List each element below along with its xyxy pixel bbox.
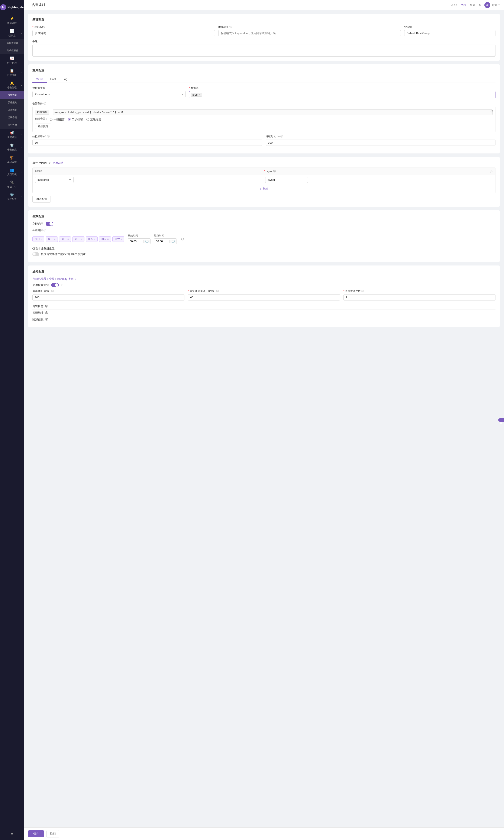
time-tag-close-icon[interactable]: ×: [54, 238, 55, 240]
end-time-label: 结束时间: [154, 234, 177, 238]
relabel-row-delete-icon[interactable]: ⊖: [489, 169, 493, 174]
settings-icon[interactable]: ⚙: [479, 4, 481, 6]
radio-level1[interactable]: 一级报警: [50, 118, 65, 121]
extra-info-icon[interactable]: ⓘ: [45, 318, 48, 321]
condition-area: ⊖ 内置指标 › 触发告警： 一级报警: [32, 107, 496, 132]
relabel-regex-input[interactable]: [265, 177, 308, 183]
tab-metric[interactable]: Metric: [32, 76, 47, 83]
relabel-usage-link[interactable]: 使用说明: [52, 161, 64, 165]
sidebar-item-history-alerts[interactable]: 历史告警: [0, 121, 24, 129]
rule-name-input[interactable]: [32, 30, 215, 36]
max-send-info-icon[interactable]: ⓘ: [361, 289, 364, 293]
user-area[interactable]: 超 超管 ▾: [484, 2, 500, 8]
sidebar-item-timeseries[interactable]: 📈 时序指标 ›: [0, 54, 24, 67]
tag-info-icon[interactable]: ⓘ: [229, 25, 232, 29]
test-config-button[interactable]: 测试配置: [32, 196, 51, 203]
tag-close-icon[interactable]: ×: [199, 93, 200, 96]
page-title: 告警规则: [32, 3, 45, 7]
note-textarea[interactable]: [32, 45, 496, 56]
callback-info-icon[interactable]: ⓘ: [45, 311, 48, 315]
recovery-info-icon[interactable]: ?: [61, 284, 62, 287]
relabel-action-select[interactable]: labeldrop: [35, 177, 74, 183]
sidebar-item-integrated-dashboard[interactable]: 集成仪表盘: [0, 47, 24, 54]
float-help-button[interactable]: 顾问: [498, 418, 504, 422]
duration-info-icon[interactable]: ⓘ: [280, 135, 283, 138]
sidebar-item-monitor-dashboard[interactable]: 监控仪表盘: [0, 39, 24, 47]
enable-row: 立即启用: [32, 222, 496, 226]
exec-freq-input[interactable]: [32, 140, 262, 146]
radio-level3-input[interactable]: [86, 118, 89, 121]
max-send-input[interactable]: [343, 294, 496, 301]
sidebar-item-active-alerts[interactable]: 活跃告警: [0, 114, 24, 121]
datasource-type-select[interactable]: Prometheus: [32, 91, 186, 97]
sidebar-item-alert-mgmt[interactable]: 🔔 告警管理 ▾: [0, 79, 24, 91]
tab-log[interactable]: Log: [59, 76, 71, 83]
time-tag-close-icon[interactable]: ×: [41, 238, 42, 240]
sidebar-item-alert-self[interactable]: 🛡️ 告警自愈 ›: [0, 141, 24, 153]
collapse-icon[interactable]: ≡: [11, 832, 13, 836]
repeat-interval-info-icon[interactable]: ⓘ: [216, 289, 219, 293]
data-preview-button[interactable]: 数据预览: [35, 123, 51, 129]
alert-self-info-icon[interactable]: ⓘ: [45, 304, 48, 308]
time-tag-close-icon[interactable]: ×: [107, 238, 109, 240]
view-duration-input[interactable]: [32, 294, 184, 301]
toggle-knob-sm: [33, 253, 36, 255]
view-duration-info-icon[interactable]: ⓘ: [51, 289, 54, 293]
time-clear-icon[interactable]: ⊖: [181, 237, 184, 241]
condition-info-icon[interactable]: ⓘ: [43, 102, 46, 105]
toggle-knob: [50, 222, 53, 226]
doc-link[interactable]: 文档: [461, 3, 466, 7]
duration-input[interactable]: [266, 140, 496, 146]
biz-group-input[interactable]: [404, 30, 496, 36]
relabel-add-button[interactable]: + 新增: [33, 185, 495, 193]
radio-level1-input[interactable]: [50, 118, 52, 121]
end-time-input[interactable]: [154, 239, 169, 244]
radio-level3[interactable]: 三级报警: [86, 118, 101, 121]
start-time-input[interactable]: [128, 239, 143, 244]
sidebar-item-basic-facilities[interactable]: 🏗️ 基础设施 ›: [0, 153, 24, 166]
sidebar-item-log-analysis[interactable]: 📋 日志分析 ›: [0, 67, 24, 79]
sidebar-item-dashboard[interactable]: 📊 仪表盘 ▾: [0, 27, 24, 39]
chevron-down-icon: ▾: [21, 84, 22, 86]
regex-info-icon[interactable]: ⓘ: [273, 169, 276, 173]
relabel-toggle[interactable]: ∨: [49, 161, 51, 165]
flashduty-link[interactable]: 当前已配置了全局 Flashduty 推送 >: [32, 277, 496, 281]
sidebar-item-subscribe-rules[interactable]: 订阅规则: [0, 106, 24, 114]
exec-freq-group: 执行频率 (s) ⓘ: [32, 135, 262, 146]
radio-level2-input[interactable]: [68, 118, 71, 121]
save-button[interactable]: 保存: [28, 830, 44, 837]
repeat-interval-input[interactable]: [188, 294, 340, 301]
lang-selector[interactable]: 简体: [470, 3, 475, 7]
biz-group-group: 业务组: [404, 25, 496, 36]
enable-toggle[interactable]: [46, 222, 53, 226]
sidebar-item-system-config[interactable]: ⚙️ 系统配置 ›: [0, 191, 24, 203]
freq-duration-row: 执行频率 (s) ⓘ 持续时长 (s) ⓘ: [32, 135, 496, 146]
exec-freq-info-icon[interactable]: ⓘ: [47, 135, 50, 138]
time-info-icon[interactable]: ⓘ: [43, 228, 46, 232]
sidebar-item-integration-center[interactable]: 🔌 集成中心 ›: [0, 178, 24, 191]
time-tag-close-icon[interactable]: ×: [80, 238, 82, 240]
time-tag-close-icon[interactable]: ×: [121, 238, 122, 240]
condition-delete-icon[interactable]: ⊖: [490, 109, 493, 113]
tag-input[interactable]: [218, 30, 401, 36]
recovery-toggle[interactable]: [51, 283, 59, 287]
start-time-icon[interactable]: 🕐: [143, 240, 150, 243]
sidebar-item-shield-rules[interactable]: 屏蔽规则: [0, 99, 24, 106]
condition-expr-input[interactable]: [53, 109, 493, 115]
notify-config-title: 通知配置: [32, 270, 496, 274]
sidebar-item-quick-jump[interactable]: ⚡ 快捷跳转: [0, 15, 24, 27]
ident-toggle[interactable]: [32, 252, 39, 256]
datasource-tags-input[interactable]: prom ×: [189, 91, 496, 98]
cancel-button[interactable]: 取消: [47, 830, 59, 837]
time-tag-close-icon[interactable]: ×: [94, 238, 95, 240]
tab-host[interactable]: Host: [47, 76, 59, 83]
rule-name-group: * 规则名称: [32, 25, 215, 36]
relabel-data-row: labeldrop: [33, 175, 495, 185]
sidebar-item-alert-rules[interactable]: 告警规则: [0, 91, 24, 99]
sidebar-item-alert-notify[interactable]: 📢 告警通知 ›: [0, 129, 24, 141]
time-tag-close-icon[interactable]: ×: [67, 238, 69, 240]
sidebar-item-people-org[interactable]: 👥 人员组织 ›: [0, 166, 24, 178]
sidebar-item-label: 历史告警: [8, 123, 17, 126]
end-time-icon[interactable]: 🕐: [169, 240, 177, 243]
radio-level2[interactable]: 二级报警: [68, 118, 83, 121]
